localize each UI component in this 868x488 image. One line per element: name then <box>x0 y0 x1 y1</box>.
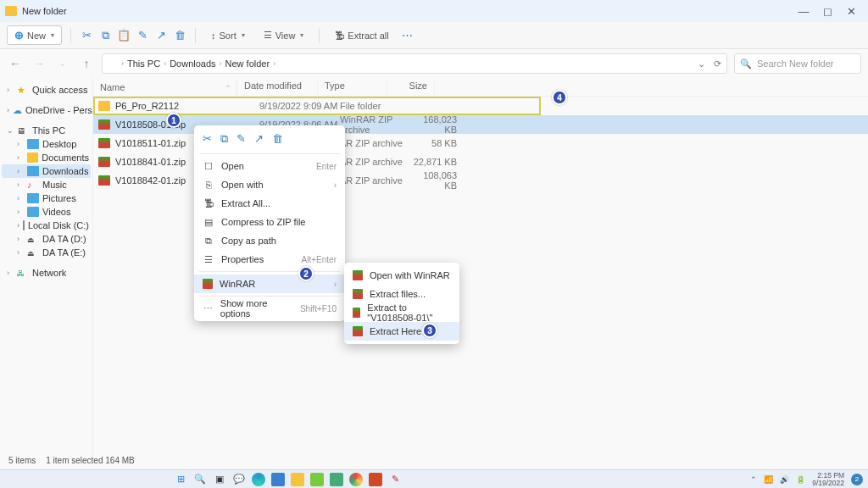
properties-icon: ☰ <box>203 254 214 265</box>
sub-open-winrar[interactable]: Open with WinRAR <box>344 266 459 285</box>
delete-icon[interactable]: 🗑 <box>173 29 186 42</box>
col-type[interactable]: Type <box>318 78 387 96</box>
label: WinRAR <box>220 279 255 289</box>
tray-chevron-icon[interactable]: ⌃ <box>750 475 757 484</box>
sidebar-item-downloads[interactable]: ›Downloads <box>2 164 91 178</box>
more-icon[interactable]: ⋯ <box>401 29 415 42</box>
share-icon[interactable]: ↗ <box>154 29 168 42</box>
cell-type: AR ZIP archive <box>340 175 409 186</box>
copy-icon[interactable]: ⧉ <box>98 29 112 42</box>
up-button[interactable]: ↑ <box>78 57 95 70</box>
chat-icon[interactable]: 💬 <box>232 473 246 486</box>
taskbar: ⊞ 🔍 ▣ 💬 ✎ ⌃ 📶 🔊 🔋 2:15 PM 9/19/2022 2 <box>0 469 868 488</box>
start-button[interactable]: ⊞ <box>174 473 187 486</box>
search-box[interactable]: 🔍 Search New folder <box>734 53 861 74</box>
crumb-this-pc[interactable]: This PC <box>127 58 160 69</box>
cell-size: 58 KB <box>409 138 457 148</box>
sidebar-item-onedrive[interactable]: ›OneDrive - Personal <box>2 103 91 117</box>
close-button[interactable]: ✕ <box>839 5 863 18</box>
sidebar-item-pictures[interactable]: ›Pictures <box>2 191 91 205</box>
mail-icon[interactable] <box>271 473 285 486</box>
ctx-open-with[interactable]: ⎘Open with› <box>194 175 345 194</box>
sidebar-item-music[interactable]: ›Music <box>2 178 91 191</box>
sidebar-item-videos[interactable]: ›Videos <box>2 205 91 219</box>
compress-icon: ▤ <box>203 217 214 228</box>
ctx-compress[interactable]: ▤Compress to ZIP file <box>194 213 345 231</box>
folder-icon <box>108 59 118 68</box>
app-icon[interactable]: ✎ <box>388 473 402 486</box>
refresh-icon[interactable]: ⟳ <box>714 58 721 69</box>
winrar-icon <box>203 279 213 289</box>
forward-button[interactable]: → <box>31 57 47 70</box>
sidebar-item-network[interactable]: ›Network <box>2 266 91 280</box>
winrar-icon <box>353 308 360 318</box>
explorer-icon[interactable] <box>291 473 304 486</box>
label: Pictures <box>42 193 76 203</box>
system-tray[interactable]: ⌃ 📶 🔊 🔋 2:15 PM 9/19/2022 2 <box>750 472 868 487</box>
ctx-share-icon[interactable]: ↗ <box>254 132 264 146</box>
file-row[interactable]: P6_Pro_R2112 9/19/2022 9:09 AM File fold… <box>93 97 868 115</box>
wifi-icon[interactable]: 📶 <box>764 475 773 484</box>
window-title: New folder <box>22 6 792 16</box>
maximize-button[interactable]: ◻ <box>815 5 839 18</box>
back-button[interactable]: ← <box>7 57 24 70</box>
taskview-button[interactable]: ▣ <box>213 473 226 486</box>
winrar-icon <box>353 270 363 280</box>
battery-icon[interactable]: 🔋 <box>796 475 805 484</box>
paste-icon[interactable]: 📋 <box>117 29 131 42</box>
ctx-rename-icon[interactable]: ✎ <box>236 132 246 146</box>
sidebar-item-data-e[interactable]: ›DA TA (E:) <box>2 246 91 259</box>
volume-icon[interactable]: 🔊 <box>780 475 789 484</box>
ctx-winrar[interactable]: WinRAR› <box>194 274 345 293</box>
address-bar[interactable]: › This PC › Downloads › New folder › ⌄ ⟳ <box>102 53 727 74</box>
sidebar-item-this-pc[interactable]: ⌄This PC <box>2 124 91 137</box>
rename-icon[interactable]: ✎ <box>136 29 149 42</box>
col-size[interactable]: Size <box>387 78 435 96</box>
sub-extract-to[interactable]: Extract to "V1018508-01\" <box>344 303 459 322</box>
powerpoint-icon[interactable] <box>369 473 382 486</box>
notification-badge[interactable]: 2 <box>851 474 863 485</box>
sub-extract-here[interactable]: Extract Here <box>344 322 459 341</box>
ctx-properties[interactable]: ☰PropertiesAlt+Enter <box>194 250 345 269</box>
sidebar-item-local-disk[interactable]: ›Local Disk (C:) <box>2 219 91 232</box>
status-selected: 1 item selected 164 MB <box>46 456 135 468</box>
sort-button[interactable]: ↕ Sort▾ <box>204 28 252 43</box>
address-history-icon[interactable]: ⌄ <box>698 58 705 69</box>
ctx-copy-path[interactable]: ⧉Copy as path <box>194 231 345 250</box>
ctx-cut-icon[interactable]: ✂ <box>203 132 212 146</box>
cut-icon[interactable]: ✂ <box>80 29 93 42</box>
history-caret[interactable]: ⌄ <box>54 59 71 68</box>
search-button[interactable]: 🔍 <box>193 473 207 486</box>
calendar-icon[interactable] <box>310 473 324 486</box>
extract-all-button[interactable]: 🗜 Extract all <box>328 28 395 43</box>
label: Music <box>42 180 67 190</box>
minimize-button[interactable]: — <box>792 5 815 18</box>
ctx-extract-all[interactable]: 🗜Extract All... <box>194 194 345 213</box>
label: Show more options <box>220 298 293 319</box>
label: Local Disk (C:) <box>28 220 89 230</box>
cell-type: AR ZIP archive <box>340 157 409 167</box>
view-button[interactable]: ☰ View▾ <box>257 27 311 43</box>
clock[interactable]: 2:15 PM 9/19/2022 <box>812 472 844 487</box>
crumb-newfolder[interactable]: New folder <box>225 58 270 69</box>
sub-extract-files[interactable]: Extract files... <box>344 285 459 303</box>
sidebar-item-documents[interactable]: ›Documents <box>2 151 91 164</box>
sidebar-item-desktop[interactable]: ›Desktop <box>2 137 91 151</box>
app-icon[interactable] <box>330 473 343 486</box>
ctx-open[interactable]: ☐OpenEnter <box>194 157 345 175</box>
sidebar-item-data-d[interactable]: ›DA TA (D:) <box>2 232 91 246</box>
sidebar-item-quick-access[interactable]: ›Quick access <box>2 83 91 97</box>
ctx-delete-icon[interactable]: 🗑 <box>272 132 283 146</box>
col-name[interactable]: Name^ <box>93 78 237 96</box>
label: Extract Here <box>370 326 421 336</box>
edge-icon[interactable] <box>252 473 265 486</box>
crumb-downloads[interactable]: Downloads <box>170 58 215 69</box>
ctx-copy-icon[interactable]: ⧉ <box>220 132 228 146</box>
hint: Enter <box>316 162 337 171</box>
ctx-show-more[interactable]: ⋯Show more optionsShift+F10 <box>194 299 345 318</box>
chrome-icon[interactable] <box>349 473 363 486</box>
col-date[interactable]: Date modified <box>237 78 318 96</box>
new-button[interactable]: ⊕New▾ <box>7 25 62 45</box>
music-icon <box>27 180 39 190</box>
label: Videos <box>42 207 70 217</box>
